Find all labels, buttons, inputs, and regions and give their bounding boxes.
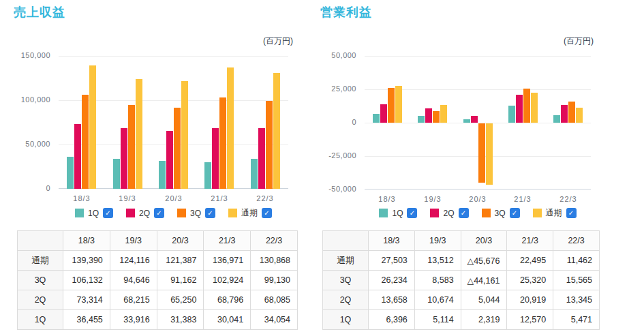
- bar-2Q-19/3: [121, 128, 127, 189]
- bar-3Q-20/3: [174, 108, 181, 189]
- y-axis-tick-label: -50,000: [328, 185, 356, 193]
- ir-highlights-page: 売上収益 (百万円) 050,000100,000150,00018/319/3…: [0, 0, 644, 334]
- legend-label-2Q: 2Q: [139, 209, 150, 218]
- table-col-header: 21/3: [204, 231, 251, 251]
- gridline: [59, 56, 288, 57]
- operating-profit-legend: 1Q✓2Q✓3Q✓通期✓: [365, 207, 591, 219]
- legend-label-通期: 通期: [546, 207, 562, 219]
- bar-1Q-22/3: [553, 115, 560, 123]
- revenue-unit-label: (百万円): [263, 35, 293, 47]
- table-value-cell: 91,162: [157, 271, 204, 290]
- bar-2Q-18/3: [74, 124, 81, 189]
- table-value-cell: 10,674: [414, 290, 461, 310]
- x-axis-tick-label: 22/3: [245, 194, 286, 202]
- legend-checkbox-3Q[interactable]: ✓: [205, 208, 215, 218]
- bar-2Q-20/3: [166, 131, 173, 189]
- legend-item-1Q: 1Q✓: [379, 208, 417, 218]
- bar-3Q-18/3: [82, 95, 89, 189]
- bar-1Q-19/3: [113, 159, 120, 189]
- table-row: 通期27,50313,512△45,67622,49511,462: [323, 251, 600, 271]
- table-col-header: 18/3: [63, 231, 110, 251]
- bar-3Q-18/3: [388, 88, 395, 123]
- x-axis-tick-label: 20/3: [153, 194, 194, 202]
- legend-item-通期: 通期✓: [228, 207, 272, 219]
- legend-checkbox-1Q[interactable]: ✓: [103, 208, 113, 218]
- legend-item-通期: 通期✓: [533, 207, 577, 219]
- bar-通期-20/3: [486, 123, 493, 185]
- legend-checkbox-3Q[interactable]: ✓: [510, 208, 520, 218]
- table-value-cell: 139,390: [63, 251, 110, 271]
- legend-checkbox-1Q[interactable]: ✓: [407, 208, 417, 218]
- legend-swatch-通期: [533, 209, 542, 217]
- table-value-cell: 130,868: [251, 251, 298, 271]
- table-value-cell: 13,658: [369, 290, 415, 310]
- table-col-header: 19/3: [110, 231, 157, 251]
- bar-2Q-19/3: [425, 108, 432, 123]
- table-row-label: 3Q: [323, 271, 369, 290]
- table-row: 通期139,390124,116121,387136,971130,868: [18, 251, 298, 271]
- x-axis-tick-label: 21/3: [199, 194, 240, 202]
- bar-通期-22/3: [576, 108, 583, 123]
- table-value-cell: 26,234: [369, 271, 415, 290]
- legend-checkbox-通期[interactable]: ✓: [566, 208, 577, 218]
- bar-1Q-18/3: [373, 114, 380, 123]
- x-axis-tick-label: 19/3: [412, 195, 453, 203]
- legend-checkbox-2Q[interactable]: ✓: [459, 208, 469, 218]
- x-axis-tick-label: 18/3: [367, 195, 408, 203]
- table-value-cell: 8,583: [414, 271, 461, 290]
- x-axis-tick-label: 20/3: [457, 195, 498, 203]
- table-col-header: 22/3: [553, 231, 600, 251]
- legend-item-3Q: 3Q✓: [177, 208, 215, 218]
- table-col-header: 20/3: [461, 231, 507, 251]
- legend-label-3Q: 3Q: [495, 209, 506, 218]
- gridline: [365, 156, 591, 157]
- legend-label-通期: 通期: [241, 207, 258, 219]
- table-row: 3Q26,2348,583△44,16125,32015,565: [323, 271, 600, 290]
- table-value-cell: 13,512: [414, 251, 461, 271]
- bar-通期-20/3: [181, 81, 188, 189]
- table-value-cell: 5,044: [461, 290, 507, 310]
- table-value-cell: 121,387: [157, 251, 204, 271]
- y-axis-tick-label: 100,000: [21, 95, 50, 104]
- bar-3Q-21/3: [219, 97, 226, 189]
- bar-3Q-19/3: [128, 105, 135, 189]
- table-row-label: 2Q: [18, 290, 63, 310]
- table-value-cell: 34,054: [251, 310, 298, 330]
- revenue-panel: 売上収益 (百万円) 050,000100,000150,00018/319/3…: [0, 0, 317, 334]
- operating-profit-title: 営業利益: [320, 4, 372, 20]
- bar-3Q-22/3: [266, 101, 273, 189]
- table-value-cell: 22,495: [507, 251, 553, 271]
- table-value-cell: 136,971: [204, 251, 251, 271]
- table-value-cell: 33,916: [110, 310, 157, 330]
- revenue-title: 売上収益: [14, 4, 65, 20]
- legend-swatch-2Q: [126, 209, 135, 217]
- revenue-table: 18/319/320/321/322/3通期139,390124,116121,…: [17, 230, 298, 330]
- revenue-legend: 1Q✓2Q✓3Q✓通期✓: [59, 207, 288, 219]
- y-axis-tick-label: 50,000: [331, 51, 356, 59]
- legend-checkbox-通期[interactable]: ✓: [262, 208, 272, 218]
- table-value-cell: 15,565: [553, 271, 600, 290]
- bar-2Q-22/3: [258, 128, 265, 189]
- table-value-cell: △45,676: [461, 251, 507, 271]
- bar-2Q-18/3: [380, 104, 387, 123]
- table-col-header: 20/3: [157, 231, 204, 251]
- legend-swatch-3Q: [482, 209, 491, 217]
- bar-1Q-19/3: [418, 116, 425, 123]
- table-value-cell: 73,314: [63, 290, 110, 310]
- legend-checkbox-2Q[interactable]: ✓: [154, 208, 164, 218]
- legend-swatch-1Q: [75, 209, 84, 217]
- bar-3Q-22/3: [568, 102, 575, 123]
- bar-3Q-20/3: [478, 123, 485, 183]
- table-value-cell: 31,383: [157, 310, 204, 330]
- x-axis-tick-label: 18/3: [61, 194, 102, 202]
- table-corner-cell: [18, 231, 63, 251]
- table-col-header: 18/3: [369, 231, 415, 251]
- bar-1Q-18/3: [67, 157, 74, 189]
- table-value-cell: 36,455: [63, 310, 110, 330]
- table-value-cell: 6,396: [369, 310, 415, 330]
- table-value-cell: 20,919: [507, 290, 553, 310]
- y-axis-tick-label: 0: [352, 118, 356, 126]
- bar-通期-22/3: [273, 73, 280, 189]
- table-row-label: 通期: [18, 251, 63, 271]
- legend-label-1Q: 1Q: [88, 209, 99, 218]
